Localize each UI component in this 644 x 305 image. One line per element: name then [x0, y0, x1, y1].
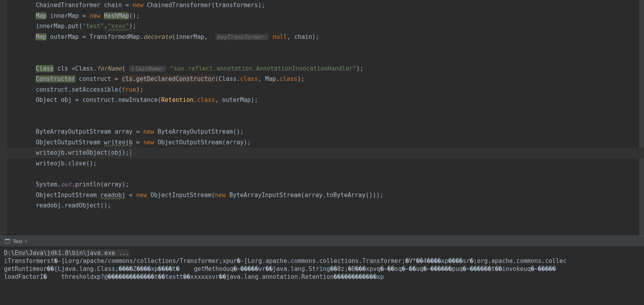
code-line[interactable] — [7, 169, 644, 180]
code-line[interactable] — [7, 42, 644, 53]
code-line[interactable]: ObjectOutputStream writeojb = new Object… — [7, 137, 644, 148]
editor-area: ChainedTransformer chain = new ChainedTr… — [0, 0, 644, 236]
code-line-active[interactable]: writeojb.writeObject(obj); — [7, 148, 644, 158]
editor-gutter — [0, 0, 7, 236]
console-output[interactable]: D:\Env\Java\jdk1.8\bin\java.exe ... iTra… — [0, 247, 644, 283]
code-line[interactable] — [7, 106, 644, 116]
code-line[interactable]: Class cls =Class.forName( className: "su… — [7, 63, 644, 74]
console-command: D:\Env\Java\jdk1.8\bin\java.exe ... — [4, 249, 129, 257]
run-tab-label: Test — [13, 238, 22, 244]
code-line[interactable]: readobj.readObject(); — [7, 200, 644, 211]
code-line[interactable]: System.out.println(array); — [7, 179, 644, 190]
console-icon — [5, 238, 10, 244]
code-line[interactable] — [7, 116, 644, 127]
code-line[interactable]: construct.setAccessible(true); — [7, 84, 644, 95]
code-line[interactable] — [7, 53, 644, 63]
code-line[interactable]: Object obj = construct.newInstance(Reten… — [7, 95, 644, 106]
console-line: iTransformerst�-[Lorg/apache/commons/col… — [4, 257, 567, 265]
run-tab[interactable]: Test × — [2, 236, 31, 246]
caret — [131, 150, 131, 157]
svg-rect-1 — [5, 239, 10, 240]
code-line[interactable]: writeojb.close(); — [7, 158, 644, 169]
close-tab-icon[interactable]: × — [25, 238, 28, 244]
code-line[interactable]: ObjectInputStream readobj = new ObjectIn… — [7, 190, 644, 201]
run-tool-window: Test × D:\Env\Java\jdk1.8\bin\java.exe .… — [0, 236, 644, 305]
console-line: getRuntimeur��[Ljava.lang.Class;����Z���… — [4, 265, 556, 272]
code-line[interactable]: ChainedTransformer chain = new ChainedTr… — [7, 0, 644, 11]
code-line[interactable]: Map outerMap = TransformedMap.decorate(i… — [7, 32, 644, 42]
code-line[interactable]: Map innerMap = new HashMap(); — [7, 11, 644, 21]
console-line: loadFactorI� thresholdxp?@�������������t… — [4, 273, 384, 280]
code-line[interactable]: Constructor construct = cls.getDeclaredC… — [7, 74, 644, 84]
code-line[interactable]: ByteArrayOutputStream array = new ByteAr… — [7, 127, 644, 137]
code-line[interactable]: innerMap.put("test","xxxx"); — [7, 21, 644, 32]
code-content[interactable]: ChainedTransformer chain = new ChainedTr… — [7, 0, 644, 211]
tool-window-tabs: Test × — [0, 236, 644, 247]
